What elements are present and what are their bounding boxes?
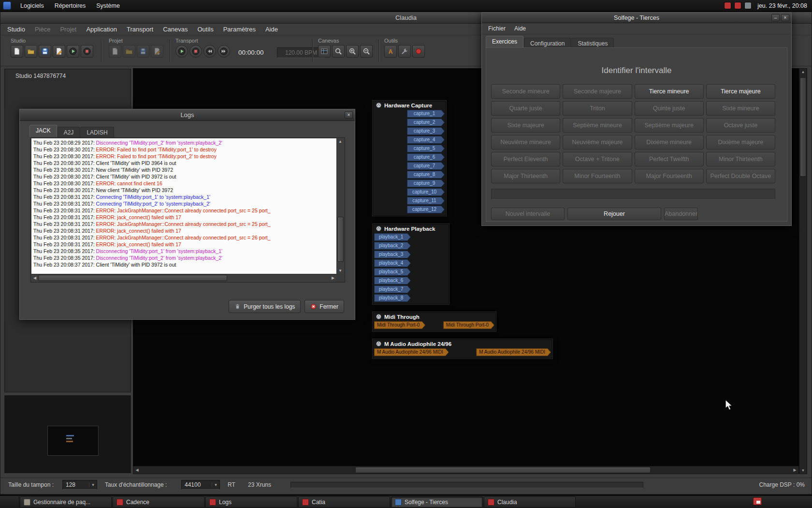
studio-start-button[interactable]: [67, 45, 79, 58]
minimize-button[interactable]: –: [771, 14, 780, 21]
scroll-down-icon[interactable]: ▼: [337, 269, 344, 273]
audio-output-port[interactable]: capture_2: [407, 119, 445, 126]
audio-input-port[interactable]: playback_2: [374, 242, 411, 250]
interval-answer-button[interactable]: Quarte juste: [491, 101, 560, 116]
canvas-zoom-out-button[interactable]: [360, 45, 373, 58]
exercise-action-button[interactable]: Rejouer: [567, 208, 661, 220]
taskbar-item[interactable]: Claudia: [484, 496, 576, 508]
interval-answer-button[interactable]: Sixte mineure: [706, 101, 775, 116]
scrollbar-thumb[interactable]: [800, 77, 806, 177]
audio-output-port[interactable]: capture_5: [407, 145, 445, 152]
panel-tray-icon[interactable]: [734, 2, 741, 9]
interval-answer-button[interactable]: Quinte juste: [635, 101, 704, 116]
panel-tray-icon[interactable]: [744, 2, 752, 9]
interval-answer-button[interactable]: Seconde majeure: [563, 84, 632, 99]
studio-tree-item[interactable]: Studio 1487876774: [5, 69, 130, 79]
audio-output-port[interactable]: capture_7: [407, 162, 445, 170]
applications-menu-icon[interactable]: [3, 1, 11, 10]
audio-input-port[interactable]: playback_6: [374, 277, 411, 284]
canvas-zoom-in-button[interactable]: [346, 45, 359, 58]
interval-answer-button[interactable]: Sixte majeure: [491, 118, 560, 133]
claudia-menu-item[interactable]: Outils: [192, 24, 218, 35]
interval-answer-button[interactable]: Minor Fourteenth: [563, 169, 632, 183]
log-text-area[interactable]: Thu Feb 23 20:08:29 2017: Disconnecting …: [31, 138, 336, 274]
scroll-left-icon[interactable]: ◀: [31, 276, 38, 280]
panel-menu-item[interactable]: Logiciels: [15, 0, 49, 12]
log-vertical-scrollbar[interactable]: ▲ ▼: [336, 138, 344, 274]
claudia-menu-item[interactable]: Studio: [2, 24, 30, 35]
studio-save-button[interactable]: [39, 45, 51, 58]
exercise-action-button[interactable]: Abandonner: [664, 208, 698, 220]
audio-input-port[interactable]: playback_8: [374, 294, 411, 302]
audio-output-port[interactable]: capture_10: [407, 188, 445, 196]
interval-answer-button[interactable]: Tierce mineure: [635, 84, 704, 99]
panel-menu-item[interactable]: Répertoires: [49, 0, 91, 12]
interval-answer-button[interactable]: Perfect Eleventh: [491, 152, 560, 166]
taskbar-item[interactable]: Cadence: [113, 496, 204, 508]
scrollbar-thumb[interactable]: [337, 217, 344, 261]
interval-answer-button[interactable]: Dixième majeure: [706, 135, 775, 149]
node-midi-through[interactable]: Midi Through Midi Through Port-0 Midi Th…: [373, 312, 496, 331]
claudia-menu-item[interactable]: Paramètres: [218, 24, 261, 35]
panel-tray-icon[interactable]: [724, 2, 731, 9]
node-hardware-capture[interactable]: Hardware Capture capture_1capture_2captu…: [373, 101, 446, 216]
interval-answer-button[interactable]: Seconde mineure: [491, 84, 560, 99]
panel-menu-item[interactable]: Système: [91, 0, 125, 12]
canvas-zoom-fit-button[interactable]: [332, 45, 345, 58]
scroll-left-icon[interactable]: ◀: [134, 468, 140, 472]
transport-stop-button[interactable]: [189, 45, 202, 58]
purge-logs-button[interactable]: Purger tous les logs: [229, 300, 301, 313]
xruns-counter[interactable]: 23 Xruns: [248, 481, 271, 488]
project-new-button[interactable]: [109, 45, 121, 58]
interval-answer-button[interactable]: Neuvième mineure: [491, 135, 560, 149]
scroll-down-icon[interactable]: ▼: [800, 468, 806, 473]
sample-rate-select[interactable]: 44100 ▾: [181, 480, 220, 490]
audio-output-port[interactable]: capture_11: [407, 197, 445, 205]
audio-input-port[interactable]: playback_3: [374, 251, 411, 258]
claudia-menu-item[interactable]: Projet: [55, 24, 81, 35]
scrollbar-thumb[interactable]: [38, 275, 227, 281]
midi-output-port[interactable]: Midi Through Port-0: [443, 321, 494, 329]
node-m-audio[interactable]: M Audio Audiophile 24/96 M Audio Audioph…: [373, 339, 552, 359]
taskbar-item[interactable]: Solfege - Tierces: [391, 496, 483, 508]
scrollbar-thumb[interactable]: [355, 467, 651, 473]
node-hardware-playback[interactable]: Hardware Playback playback_1playback_2pl…: [373, 224, 449, 304]
scroll-up-icon[interactable]: ▲: [800, 70, 806, 74]
studio-rename-button[interactable]: [53, 45, 65, 58]
interval-answer-button[interactable]: Neuvième majeure: [563, 135, 632, 149]
taskbar-item[interactable]: Catia: [298, 496, 390, 508]
claudia-menu-item[interactable]: Aide: [261, 24, 283, 35]
claudia-menu-item[interactable]: Pièce: [30, 24, 56, 35]
solfege-tab[interactable]: Exercices: [486, 36, 523, 48]
audio-output-port[interactable]: capture_8: [407, 171, 445, 179]
solfege-titlebar[interactable]: Solfege - Tierces – ×: [482, 13, 791, 23]
logs-tab[interactable]: JACK: [29, 125, 57, 137]
canvas-horizontal-scrollbar[interactable]: ◀ ▶: [133, 466, 799, 474]
audio-input-port[interactable]: playback_5: [374, 268, 411, 276]
tool-tuner-button[interactable]: [384, 45, 397, 58]
audio-output-port[interactable]: capture_3: [407, 127, 445, 135]
audio-output-port[interactable]: capture_9: [407, 179, 445, 187]
scroll-right-icon[interactable]: ▶: [792, 468, 798, 472]
studio-stop-button[interactable]: [81, 45, 93, 58]
claudia-menu-item[interactable]: Transport: [122, 24, 158, 35]
interval-answer-button[interactable]: Triton: [563, 101, 632, 116]
close-logs-button[interactable]: Fermer: [304, 300, 344, 313]
claudia-menu-item[interactable]: Application: [81, 24, 122, 35]
project-load-button[interactable]: [123, 45, 135, 58]
exercise-action-button[interactable]: Nouvel intervalle: [491, 208, 565, 220]
project-properties-button[interactable]: [151, 45, 163, 58]
audio-output-port[interactable]: capture_6: [407, 153, 445, 161]
interval-answer-button[interactable]: Minor Thirteenth: [706, 152, 775, 166]
tool-configure-button[interactable]: [398, 45, 411, 58]
taskbar-item[interactable]: Logs: [205, 496, 297, 508]
taskbar-item[interactable]: Gestionnaire de paq...: [20, 496, 112, 508]
midi-input-port[interactable]: Midi Through Port-0: [374, 321, 425, 329]
canvas-arrange-button[interactable]: [318, 45, 331, 58]
audio-input-port[interactable]: playback_1: [374, 233, 411, 241]
tray-icon[interactable]: [753, 497, 762, 505]
interval-answer-button[interactable]: Perfect Double Octave: [706, 169, 775, 183]
solfege-menu-item[interactable]: Aide: [510, 23, 530, 34]
audio-output-port[interactable]: capture_1: [407, 110, 445, 118]
close-button[interactable]: ×: [781, 14, 789, 21]
